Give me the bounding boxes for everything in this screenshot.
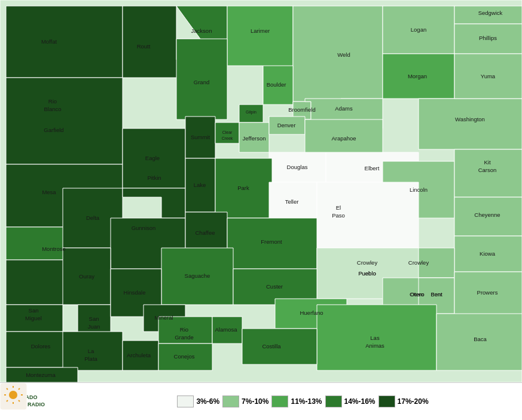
svg-line-7 (7, 388, 8, 390)
county-chaffee (185, 212, 227, 251)
county-saguache (161, 248, 233, 305)
legend-label-0: 3%-6% (196, 397, 219, 406)
county-park (215, 158, 272, 218)
county-clearcreek (215, 122, 239, 143)
county-sedgwick (454, 6, 522, 24)
svg-line-9 (19, 388, 20, 390)
county-phillips (454, 24, 522, 54)
legend-label-1: 7%-10% (242, 397, 268, 406)
county-fremont (227, 218, 317, 269)
county-gilpin (239, 105, 263, 122)
county-montezuma (6, 367, 78, 382)
county-moffat (6, 6, 123, 78)
legend-item-3: 14%-16% (325, 396, 376, 407)
legend-box-2 (271, 396, 288, 407)
svg-point-2 (9, 391, 17, 399)
county-lake (185, 158, 215, 212)
county-yuma (454, 54, 522, 99)
county-jefferson (239, 122, 269, 152)
legend-item-4: 17%-20% (378, 396, 429, 407)
svg-line-8 (19, 400, 20, 401)
legend-label-3: 14%-16% (344, 397, 376, 406)
county-costilla (242, 329, 317, 364)
svg-line-10 (7, 400, 8, 401)
legend-item-1: 7%-10% (222, 396, 268, 407)
county-lasanimas (317, 305, 436, 370)
legend-items: 3%-6% 7%-10% 11%-13% 14%-16% 17%-20% (90, 396, 516, 407)
county-sanjuan (78, 305, 111, 335)
county-morgan (383, 54, 454, 99)
county-douglas (269, 152, 326, 182)
map-container: Moffat Routt Jackson Larimer Weld Logan … (0, 0, 522, 382)
county-cheyenne (454, 197, 522, 236)
county-rioblanco (6, 78, 123, 164)
legend-box-4 (378, 396, 395, 407)
county-laplata (63, 332, 123, 370)
legend-box-3 (325, 396, 342, 407)
county-washington (419, 99, 522, 149)
legend-bar: COLORADO PUBLIC RADIO 3%-6% 7%-10% 11%-1… (0, 382, 522, 420)
county-riogrande (158, 317, 212, 344)
county-archuleta (123, 341, 158, 370)
legend-item-2: 11%-13% (271, 396, 322, 407)
county-summit (185, 117, 215, 158)
county-baca (436, 314, 522, 370)
county-kitcarson (454, 149, 522, 197)
logo-area: COLORADO PUBLIC RADIO (6, 394, 90, 408)
county-conejos (158, 344, 212, 370)
cpr-logo-icon (0, 383, 27, 410)
legend-box-1 (222, 396, 239, 407)
county-denver (269, 117, 305, 134)
county-prowers (454, 272, 522, 317)
county-eagle (123, 128, 185, 188)
legend-label-2: 11%-13% (291, 397, 322, 406)
county-grand (176, 39, 227, 119)
county-kiowa (454, 236, 522, 272)
county-boulder (263, 66, 293, 105)
county-elpaso (317, 182, 419, 248)
legend-item-0: 3%-6% (177, 396, 219, 407)
legend-box-0 (177, 396, 194, 407)
county-logan (383, 6, 454, 54)
legend-label-4: 17%-20% (398, 397, 429, 406)
county-sanmiguel (6, 305, 63, 332)
county-teller (269, 182, 317, 218)
county-alamosa (212, 317, 242, 344)
county-ouray (63, 248, 111, 305)
